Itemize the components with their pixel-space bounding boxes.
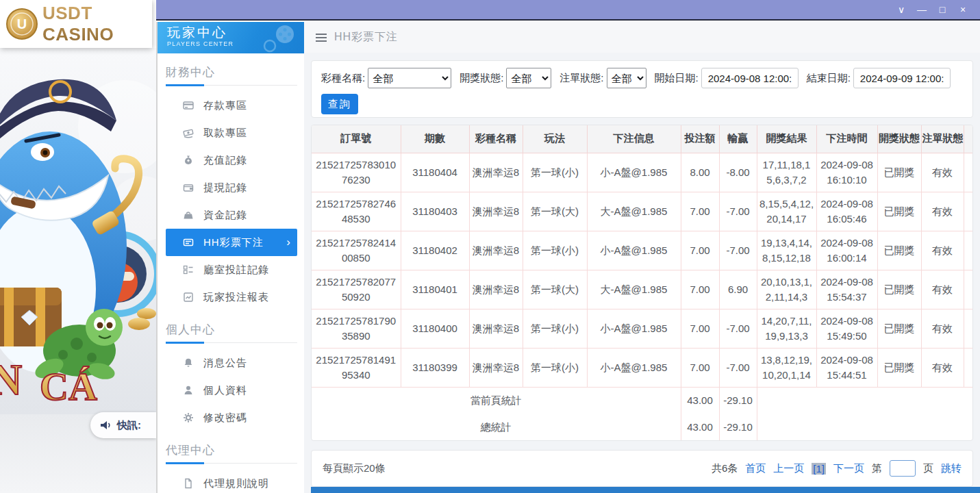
svg-text:U: U xyxy=(17,16,27,31)
table-cell: 31180403 xyxy=(401,192,469,231)
table-cell: -7.00 xyxy=(719,192,757,231)
hamburger-menu-icon[interactable] xyxy=(315,33,327,42)
sidebar-item-label: 充值記錄 xyxy=(203,154,247,167)
maximize-icon[interactable]: □ xyxy=(935,0,950,19)
bell-icon xyxy=(183,357,194,368)
table-cell: 2024-09-08 16:05:46 xyxy=(816,192,877,231)
table-cell-stub xyxy=(964,192,973,231)
sidebar-item-funds-record[interactable]: 資金記錄 xyxy=(158,201,304,229)
screen: N CÁ U USDT CASINO 快訊: xyxy=(0,0,980,493)
table-cell: 小-A盤@1.985 xyxy=(587,348,681,387)
sidebar-item-recharge-record[interactable]: 充值記錄 xyxy=(158,147,304,174)
sidebar-item-withdraw-record[interactable]: 提現記錄 xyxy=(158,174,304,201)
column-header: 投注額 xyxy=(681,125,719,153)
column-header: 玩法 xyxy=(523,125,587,153)
draw-status-select[interactable]: 全部 xyxy=(506,68,551,88)
table-cell: 13,8,12,19,10,20,1,14 xyxy=(757,348,816,387)
page-title: HH彩票下注 xyxy=(334,30,398,45)
table-cell: 第一球(小) xyxy=(523,231,587,270)
summary-row: 當前頁統計43.00-29.10 xyxy=(312,387,973,414)
table-cell: 已開獎 xyxy=(877,270,921,309)
table-cell: 已開獎 xyxy=(877,309,921,348)
prev-page-link[interactable]: 上一页 xyxy=(773,462,804,475)
search-button[interactable]: 查詢 xyxy=(321,94,358,114)
table-cell: 2024-09-08 15:49:50 xyxy=(816,309,877,348)
filter-panel: 彩種名稱: 全部 開獎狀態: 全部 注單狀態: xyxy=(311,60,973,118)
table-row: 215217257827464853031180403澳洲幸运8第一球(大)大-… xyxy=(312,192,973,231)
sidebar-item-hh-lottery-bets[interactable]: HH彩票下注› xyxy=(166,229,297,256)
sidebar-item-announcements[interactable]: 消息公告 xyxy=(158,349,304,377)
sidebar-item-profile[interactable]: 個人資料 xyxy=(158,377,304,404)
gamepad-icon xyxy=(257,24,300,53)
table-cell: 有效 xyxy=(921,192,964,231)
page-jump-input[interactable] xyxy=(890,460,916,477)
summary-empty xyxy=(757,414,973,440)
sidebar-item-label: HH彩票下注 xyxy=(203,236,264,249)
window-titlebar: ∨—□× xyxy=(156,0,980,21)
sidebar-item-withdraw[interactable]: 取款專區 xyxy=(158,119,304,147)
app-window: ∨—□× 玩家中心 PLAYERS CENTER 財務中心存款專區取款專區充值記… xyxy=(156,0,980,493)
table-cell: 澳洲幸运8 xyxy=(469,153,523,192)
main-panel: HH彩票下注 彩種名稱: 全部 開獎狀態: 全部 xyxy=(304,22,980,493)
sidebar-item-hall-bet-record[interactable]: 廳室投註記錄 xyxy=(158,256,304,283)
news-ticker[interactable]: 快訊: xyxy=(90,412,156,438)
table-cell: 31180404 xyxy=(401,153,469,192)
first-page-link[interactable]: 首页 xyxy=(745,462,766,475)
pagination-bar: 每頁顯示20條 共6条 首页 上一页 [1] 下一页 第 页 跳转 xyxy=(311,450,973,487)
summary-row: 總統計43.00-29.10 xyxy=(312,414,973,440)
table-row: 215217257817903589031180400澳洲幸运8第一球(小)小-… xyxy=(312,309,973,348)
sidebar-item-label: 玩家投注報表 xyxy=(203,291,269,304)
gear-icon xyxy=(183,412,194,423)
breadcrumb-bar: HH彩票下注 xyxy=(304,22,980,53)
chevron-right-icon: › xyxy=(286,237,290,248)
minimize-icon[interactable]: — xyxy=(914,0,929,19)
column-header: 輸贏 xyxy=(719,125,757,153)
sidebar-section-title: 財務中心 xyxy=(166,64,296,80)
table-cell: 有效 xyxy=(921,153,964,192)
table-cell: 7.00 xyxy=(681,309,719,348)
sidebar-item-label: 消息公告 xyxy=(203,357,247,370)
moneybag-icon xyxy=(183,155,194,166)
jump-go-link[interactable]: 跳转 xyxy=(941,462,962,475)
order-status-select[interactable]: 全部 xyxy=(607,68,646,88)
table-cell: 有效 xyxy=(921,309,964,348)
promo-letters-ca: CÁ xyxy=(40,364,97,409)
table-cell-stub xyxy=(964,309,973,348)
next-page-link[interactable]: 下一页 xyxy=(833,462,864,475)
column-header: 下注信息 xyxy=(587,125,681,153)
table-cell-stub xyxy=(964,231,973,270)
table-cell: 已開獎 xyxy=(877,348,921,387)
start-date-input[interactable] xyxy=(701,68,799,88)
table-cell: -7.00 xyxy=(719,348,757,387)
withdraw-money-icon xyxy=(183,127,194,138)
sidebar-item-agent-rules[interactable]: 代理規則說明 xyxy=(158,470,304,493)
end-date-input[interactable] xyxy=(853,68,951,88)
total-count-text: 共6条 xyxy=(712,462,738,475)
sidebar-item-change-password[interactable]: 修改密碼 xyxy=(158,404,304,431)
current-page[interactable]: [1] xyxy=(812,463,826,475)
table-cell: 小-A盤@1.985 xyxy=(587,231,681,270)
table-cell: 第一球(小) xyxy=(523,348,587,387)
table-cell: 8.00 xyxy=(681,153,719,192)
brand-header: U USDT CASINO xyxy=(0,0,152,48)
table-cell-stub xyxy=(964,348,973,387)
table-cell: 大-A盤@1.985 xyxy=(587,192,681,231)
sidebar-item-label: 存款專區 xyxy=(203,99,247,112)
table-cell: 2152172578149195340 xyxy=(312,348,401,387)
table-cell: 澳洲幸运8 xyxy=(469,309,523,348)
close-icon[interactable]: × xyxy=(955,0,970,19)
column-header: 訂單號 xyxy=(312,125,401,153)
sidebar-item-deposit[interactable]: 存款專區 xyxy=(158,92,304,119)
sidebar-item-player-bet-report[interactable]: 玩家投注報表 xyxy=(158,283,304,311)
table-cell: 澳洲幸运8 xyxy=(469,348,523,387)
column-header-stub xyxy=(964,125,973,153)
sidebar-item-label: 廳室投註記錄 xyxy=(203,264,269,277)
table-cell: 澳洲幸运8 xyxy=(469,231,523,270)
ticker-label: 快訊: xyxy=(117,419,141,432)
table-cell-stub xyxy=(964,270,973,309)
table-cell: 7.00 xyxy=(681,270,719,309)
window-menu-icon[interactable]: ∨ xyxy=(894,0,909,19)
lottery-name-select[interactable]: 全部 xyxy=(368,68,451,88)
usdt-coin-logo-icon: U xyxy=(5,8,38,40)
bottom-accent-strip xyxy=(311,487,980,493)
